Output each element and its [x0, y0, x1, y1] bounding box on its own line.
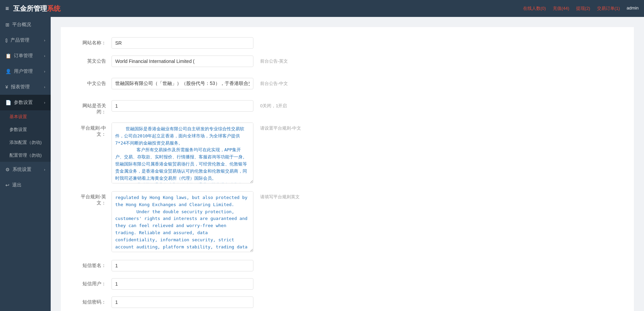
order-icon: 📋: [5, 53, 11, 59]
sidebar-item-basic-settings[interactable]: 基本设置: [0, 110, 51, 123]
sidebar-item-param-settings[interactable]: 📄 参数设置 ›: [0, 95, 51, 110]
sidebar-label-order: 订单管理: [14, 53, 33, 59]
online-count[interactable]: 在线人数(0): [523, 5, 546, 12]
platform-rules-zh-hint: 请设置平台规则-中文: [260, 123, 301, 131]
website-status-hint: 0关闭，1开启: [260, 100, 287, 109]
platform-rules-zh-textarea[interactable]: 世融国际是香港金融业有限公司自主研发的专业综合性交易软件，公司自2010年起立足…: [112, 123, 253, 183]
chevron-right-icon-2: ›: [44, 54, 45, 58]
website-status-field: [112, 100, 253, 112]
sms-password-input[interactable]: [112, 296, 253, 308]
zh-announcement-input[interactable]: [112, 78, 253, 89]
sidebar-item-order-management[interactable]: 📋 订单管理 ›: [0, 48, 51, 64]
platform-rules-en-field: regulated by Hong Kong laws, but also pr…: [112, 191, 253, 253]
add-config-label: 添加配置（勿动): [9, 139, 42, 146]
config-management-label: 配置管理（勿动): [9, 152, 42, 158]
app-title: 互金所管理系统: [13, 4, 60, 13]
sidebar-item-config-management[interactable]: 配置管理（勿动): [0, 149, 51, 162]
withdraw-count[interactable]: 提现(2): [576, 5, 590, 12]
menu-icon[interactable]: ≡: [5, 5, 9, 12]
website-status-label: 网站是否关闭：: [74, 100, 112, 115]
product-icon: ₿: [5, 38, 8, 43]
main-layout: ⊞ 平台概况 ₿ 产品管理 › 📋 订单管理 › 👤 用户管理 › ¥ 报表管理…: [0, 17, 644, 311]
sidebar-label-user: 用户管理: [14, 68, 33, 74]
sidebar-label-logout: 退出: [12, 182, 22, 188]
sidebar-item-user-management[interactable]: 👤 用户管理 ›: [0, 64, 51, 79]
zh-announcement-field: [112, 78, 253, 89]
sidebar-label-param: 参数设置: [14, 99, 33, 106]
en-announcement-field: [112, 55, 253, 67]
sidebar-item-report-management[interactable]: ¥ 报表管理 ›: [0, 79, 51, 95]
platform-rules-zh-row: 平台规则-中文： 世融国际是香港金融业有限公司自主研发的专业综合性交易软件，公司…: [74, 123, 620, 184]
platform-icon: ⊞: [5, 22, 9, 27]
recharge-count[interactable]: 充值(44): [553, 5, 569, 12]
chevron-right-icon-6: ›: [44, 168, 45, 172]
sms-user-field: [112, 278, 253, 290]
orders-count[interactable]: 交易订单(1): [597, 5, 620, 12]
platform-rules-zh-field: 世融国际是香港金融业有限公司自主研发的专业综合性交易软件，公司自2010年起立足…: [112, 123, 253, 184]
sidebar-item-param-settings-sub[interactable]: 参数设置: [0, 123, 51, 136]
logout-icon: ↩: [5, 182, 9, 188]
sms-user-row: 短信用户：: [74, 278, 620, 290]
sms-sign-label: 短信签名：: [74, 260, 112, 269]
settings-icon: ⚙: [5, 167, 10, 172]
chevron-right-icon-3: ›: [44, 69, 45, 73]
sidebar: ⊞ 平台概况 ₿ 产品管理 › 📋 订单管理 › 👤 用户管理 › ¥ 报表管理…: [0, 17, 51, 311]
website-name-label: 网站名称：: [74, 37, 112, 46]
param-settings-sub-label: 参数设置: [9, 127, 27, 133]
sidebar-item-add-config[interactable]: 添加配置（勿动): [0, 136, 51, 149]
sms-sign-field: [112, 260, 253, 271]
sms-user-input[interactable]: [112, 278, 253, 290]
param-submenu: 基本设置 参数设置 添加配置（勿动) 配置管理（勿动): [0, 110, 51, 162]
en-announcement-label: 英文公告: [74, 55, 112, 64]
sidebar-item-logout[interactable]: ↩ 退出: [0, 177, 51, 193]
report-icon: ¥: [5, 84, 8, 90]
chevron-right-icon-5: ›: [44, 101, 45, 105]
website-name-row: 网站名称：: [74, 37, 620, 49]
admin-label: admin: [627, 5, 639, 12]
chevron-right-icon-4: ›: [44, 85, 45, 89]
sidebar-label-report: 报表管理: [11, 84, 30, 90]
header-nav: 在线人数(0) 充值(44) 提现(2) 交易订单(1) admin: [523, 5, 639, 12]
platform-rules-en-hint: 请填写平台规则英文: [260, 191, 300, 200]
zh-announcement-label: 中文公告: [74, 78, 112, 87]
zh-announcement-row: 中文公告 前台公告-中文: [74, 78, 620, 93]
sidebar-label-system: 系统设置: [13, 166, 31, 173]
sms-sign-row: 短信签名：: [74, 260, 620, 271]
website-name-input[interactable]: [112, 37, 253, 49]
website-status-row: 网站是否关闭： 0关闭，1开启: [74, 100, 620, 116]
front-en-hint: 前台公告-英文: [260, 55, 288, 64]
sidebar-item-system-settings[interactable]: ⚙ 系统设置 ›: [0, 162, 51, 177]
sms-password-field: [112, 296, 253, 308]
app-header: ≡ 互金所管理系统 在线人数(0) 充值(44) 提现(2) 交易订单(1) a…: [0, 0, 644, 17]
sidebar-item-product-management[interactable]: ₿ 产品管理 ›: [0, 32, 51, 48]
platform-rules-en-textarea[interactable]: regulated by Hong Kong laws, but also pr…: [112, 191, 253, 252]
en-announcement-row: 英文公告 前台公告-英文: [74, 55, 620, 71]
platform-rules-en-label: 平台规则-英文：: [74, 191, 112, 206]
sms-password-row: 短信密码：: [74, 296, 620, 308]
en-announcement-input[interactable]: [112, 55, 253, 67]
main-content: 网站名称： 英文公告 前台公告-英文 中文公告 前台公告-中文: [51, 17, 644, 311]
sms-sign-input[interactable]: [112, 260, 253, 271]
chevron-right-icon: ›: [44, 38, 45, 42]
param-icon: 📄: [5, 100, 11, 105]
sidebar-label-product: 产品管理: [10, 37, 29, 43]
platform-rules-zh-label: 平台规则-中文：: [74, 123, 112, 137]
platform-rules-en-row: 平台规则-英文： regulated by Hong Kong laws, bu…: [74, 191, 620, 253]
basic-settings-label: 基本设置: [9, 114, 27, 120]
sidebar-item-platform-overview[interactable]: ⊞ 平台概况: [0, 17, 51, 32]
website-status-input[interactable]: [112, 100, 253, 112]
front-zh-hint: 前台公告-中文: [260, 78, 288, 87]
user-icon: 👤: [5, 69, 11, 74]
form-container: 网站名称： 英文公告 前台公告-英文 中文公告 前台公告-中文: [61, 27, 634, 311]
sms-password-label: 短信密码：: [74, 296, 112, 305]
website-name-field: [112, 37, 253, 49]
sms-user-label: 短信用户：: [74, 278, 112, 287]
sidebar-label-platform: 平台概况: [12, 22, 31, 28]
